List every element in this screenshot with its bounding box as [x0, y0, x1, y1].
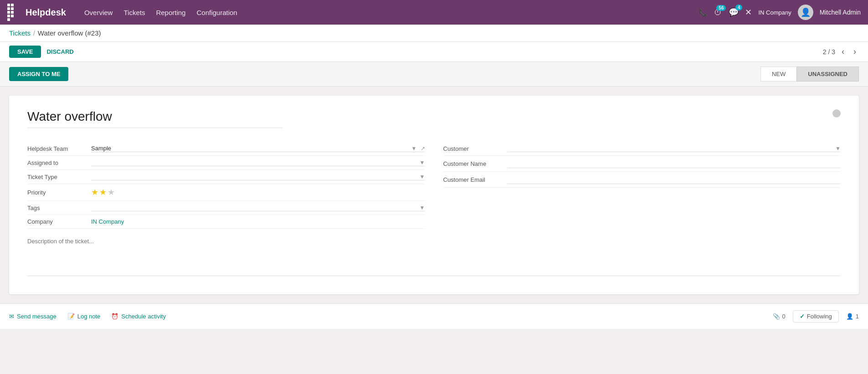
customer-email-row: Customer Email — [443, 172, 841, 188]
chat-badge: 4 — [735, 5, 743, 10]
customer-name-label: Customer Name — [443, 160, 503, 167]
schedule-activity-icon: ⏰ — [111, 313, 118, 320]
assigned-to-field[interactable]: ▼ — [91, 159, 425, 166]
pagination: 2 / 3 ‹ › — [823, 46, 859, 57]
company-row: Company IN Company — [27, 215, 425, 229]
description-field[interactable] — [27, 238, 841, 265]
breadcrumb-separator: / — [33, 30, 35, 37]
stage-unassigned-button[interactable]: UNASSIGNED — [796, 67, 859, 82]
company-value[interactable]: IN Company — [91, 218, 124, 225]
customer-email-input[interactable] — [507, 175, 841, 184]
following-button[interactable]: ✓ Following — [793, 310, 839, 323]
customer-input[interactable] — [507, 145, 834, 152]
tags-input[interactable] — [91, 204, 418, 211]
attachments-count: 0 — [782, 313, 786, 320]
ticket-divider — [27, 276, 841, 276]
helpdesk-team-input[interactable] — [91, 145, 410, 152]
company-label: Company — [27, 218, 87, 225]
status-pipeline: NEW UNASSIGNED — [760, 67, 859, 82]
ticket-card: Helpdesk Team ▼ ↗ Assigned to ▼ Tick — [9, 96, 859, 294]
helpdesk-team-dropdown-arrow[interactable]: ▼ — [411, 145, 417, 152]
top-navigation: Helpdesk Overview Tickets Reporting Conf… — [0, 0, 868, 25]
star-1[interactable]: ★ — [91, 187, 98, 197]
log-note-button[interactable]: 📝 Log note — [67, 313, 101, 320]
menu-reporting[interactable]: Reporting — [156, 9, 185, 16]
bottom-right-actions: 📎 0 ✓ Following 👤 1 — [773, 310, 859, 323]
menu-overview[interactable]: Overview — [84, 9, 113, 16]
form-left: Helpdesk Team ▼ ↗ Assigned to ▼ Tick — [27, 142, 425, 229]
chat-icon[interactable]: 💬 4 — [729, 7, 739, 17]
ticket-type-field[interactable]: ▼ — [91, 173, 425, 180]
tags-dropdown-arrow[interactable]: ▼ — [420, 205, 425, 211]
helpdesk-team-field[interactable]: ▼ ↗ — [91, 145, 425, 152]
customer-name-input[interactable] — [507, 159, 841, 168]
customer-email-label: Customer Email — [443, 176, 503, 183]
main-menu: Overview Tickets Reporting Configuration — [84, 9, 690, 16]
schedule-activity-button[interactable]: ⏰ Schedule activity — [111, 313, 166, 320]
main-content: Helpdesk Team ▼ ↗ Assigned to ▼ Tick — [0, 87, 868, 294]
bottom-bar: ✉ Send message 📝 Log note ⏰ Schedule act… — [0, 303, 868, 329]
company-name: IN Company — [758, 9, 791, 16]
priority-label: Priority — [27, 189, 87, 196]
customer-dropdown-arrow[interactable]: ▼ — [835, 145, 841, 152]
helpdesk-team-label: Helpdesk Team — [27, 145, 87, 152]
form-grid: Helpdesk Team ▼ ↗ Assigned to ▼ Tick — [27, 142, 841, 229]
helpdesk-team-external-link[interactable]: ↗ — [421, 145, 425, 152]
log-note-icon: 📝 — [67, 313, 75, 320]
save-button[interactable]: SAVE — [9, 46, 41, 58]
assign-bar: ASSIGN TO ME NEW UNASSIGNED — [0, 62, 868, 87]
tags-label: Tags — [27, 205, 87, 211]
timer-icon[interactable]: ⏱ 56 — [714, 8, 722, 17]
prev-button[interactable]: ‹ — [839, 46, 847, 57]
breadcrumb: Tickets / Water overflow (#23) — [0, 25, 868, 42]
status-indicator — [832, 109, 841, 118]
customer-name-row: Customer Name — [443, 156, 841, 172]
menu-tickets[interactable]: Tickets — [123, 9, 145, 16]
close-icon[interactable]: ✕ — [745, 7, 752, 17]
followers-count: 1 — [856, 313, 859, 320]
customer-label: Customer — [443, 145, 503, 152]
discard-button[interactable]: DISCARD — [46, 48, 73, 55]
priority-stars: ★ ★ ★ — [91, 187, 115, 197]
username: Mitchell Admin — [820, 9, 861, 16]
customer-row: Customer ▼ — [443, 142, 841, 156]
tags-row: Tags ▼ — [27, 201, 425, 215]
followers-stat[interactable]: 👤 1 — [846, 313, 859, 320]
assigned-to-dropdown-arrow[interactable]: ▼ — [420, 159, 425, 166]
breadcrumb-current: Water overflow (#23) — [38, 29, 101, 37]
ticket-type-dropdown-arrow[interactable]: ▼ — [420, 174, 425, 180]
next-button[interactable]: › — [851, 46, 859, 57]
ticket-title[interactable] — [27, 109, 282, 128]
timer-badge: 56 — [716, 5, 726, 11]
following-check-icon: ✓ — [800, 313, 805, 320]
customer-field[interactable]: ▼ — [507, 145, 841, 152]
assigned-to-row: Assigned to ▼ — [27, 156, 425, 170]
assigned-to-label: Assigned to — [27, 159, 87, 166]
ticket-type-input[interactable] — [91, 173, 418, 180]
send-message-label: Send message — [17, 313, 56, 320]
topnav-right: 📞 ⏱ 56 💬 4 ✕ IN Company 👤 Mitchell Admin — [699, 5, 861, 20]
priority-row: Priority ★ ★ ★ — [27, 184, 425, 201]
stage-new-button[interactable]: NEW — [760, 67, 796, 82]
apps-menu-icon[interactable] — [7, 4, 16, 21]
breadcrumb-parent[interactable]: Tickets — [9, 29, 31, 37]
app-logo: Helpdesk — [26, 7, 66, 18]
send-message-button[interactable]: ✉ Send message — [9, 313, 56, 320]
star-3[interactable]: ★ — [108, 187, 115, 197]
attachments-stat[interactable]: 📎 0 — [773, 313, 786, 320]
followers-icon: 👤 — [846, 313, 853, 320]
avatar[interactable]: 👤 — [798, 5, 813, 20]
paperclip-icon: 📎 — [773, 313, 780, 320]
action-bar: SAVE DISCARD 2 / 3 ‹ › — [0, 42, 868, 62]
menu-configuration[interactable]: Configuration — [196, 9, 237, 16]
star-2[interactable]: ★ — [99, 187, 107, 197]
ticket-type-label: Ticket Type — [27, 174, 87, 180]
following-label: Following — [807, 313, 832, 320]
assigned-to-input[interactable] — [91, 159, 418, 166]
tags-field[interactable]: ▼ — [91, 204, 425, 211]
schedule-activity-label: Schedule activity — [121, 313, 166, 320]
assign-to-me-button[interactable]: ASSIGN TO ME — [9, 67, 68, 81]
log-note-label: Log note — [77, 313, 101, 320]
send-message-icon: ✉ — [9, 313, 14, 320]
phone-icon[interactable]: 📞 — [699, 8, 708, 17]
